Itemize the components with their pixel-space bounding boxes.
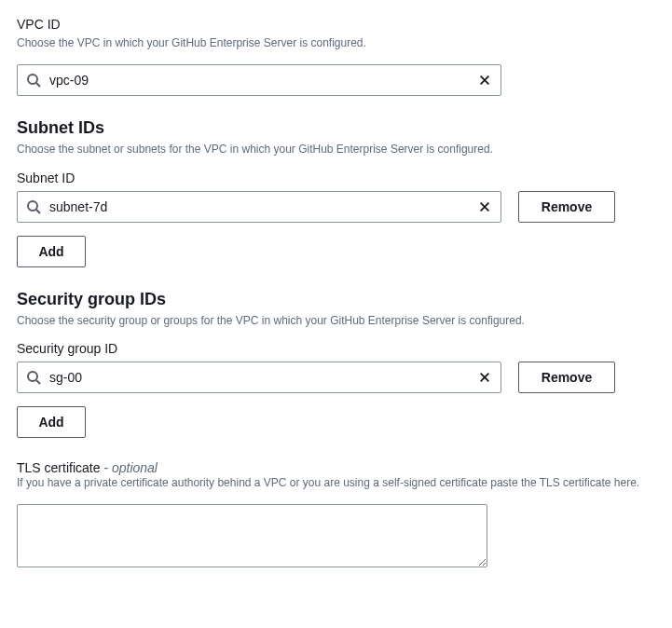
tls-label-text: TLS certificate bbox=[17, 460, 100, 475]
subnet-section: Subnet IDs Choose the subnet or subnets … bbox=[17, 118, 655, 267]
subnet-description: Choose the subnet or subnets for the VPC… bbox=[17, 142, 655, 157]
tls-section: TLS certificate - optional If you have a… bbox=[17, 460, 655, 570]
security-group-row: Remove bbox=[17, 362, 655, 393]
subnet-id-input[interactable] bbox=[17, 191, 501, 223]
security-group-id-label: Security group ID bbox=[17, 341, 655, 356]
vpc-id-label: VPC ID bbox=[17, 17, 655, 32]
vpc-id-description: Choose the VPC in which your GitHub Ente… bbox=[17, 35, 655, 51]
subnet-id-label: Subnet ID bbox=[17, 171, 655, 185]
clear-icon[interactable] bbox=[475, 198, 494, 216]
subnet-row: Remove bbox=[17, 191, 655, 223]
remove-security-group-button[interactable]: Remove bbox=[518, 362, 615, 393]
subnet-id-input-wrapper bbox=[17, 191, 501, 223]
remove-subnet-button[interactable]: Remove bbox=[518, 191, 615, 223]
tls-description: If you have a private certificate author… bbox=[17, 475, 655, 491]
vpc-id-input-wrapper bbox=[17, 64, 501, 96]
vpc-id-input[interactable] bbox=[17, 64, 501, 96]
add-subnet-button[interactable]: Add bbox=[17, 236, 86, 267]
security-group-id-input[interactable] bbox=[17, 362, 501, 393]
clear-icon[interactable] bbox=[475, 71, 494, 89]
clear-icon[interactable] bbox=[475, 368, 494, 387]
add-security-group-button[interactable]: Add bbox=[17, 406, 86, 438]
security-group-id-input-wrapper bbox=[17, 362, 501, 393]
vpc-section: VPC ID Choose the VPC in which your GitH… bbox=[17, 17, 655, 96]
tls-optional-suffix: - optional bbox=[100, 460, 157, 475]
security-group-description: Choose the security group or groups for … bbox=[17, 313, 655, 329]
security-group-section: Security group IDs Choose the security g… bbox=[17, 290, 655, 439]
tls-label: TLS certificate - optional bbox=[17, 460, 655, 475]
security-group-title: Security group IDs bbox=[17, 290, 655, 309]
tls-textarea[interactable] bbox=[17, 504, 487, 567]
subnet-title: Subnet IDs bbox=[17, 118, 655, 138]
